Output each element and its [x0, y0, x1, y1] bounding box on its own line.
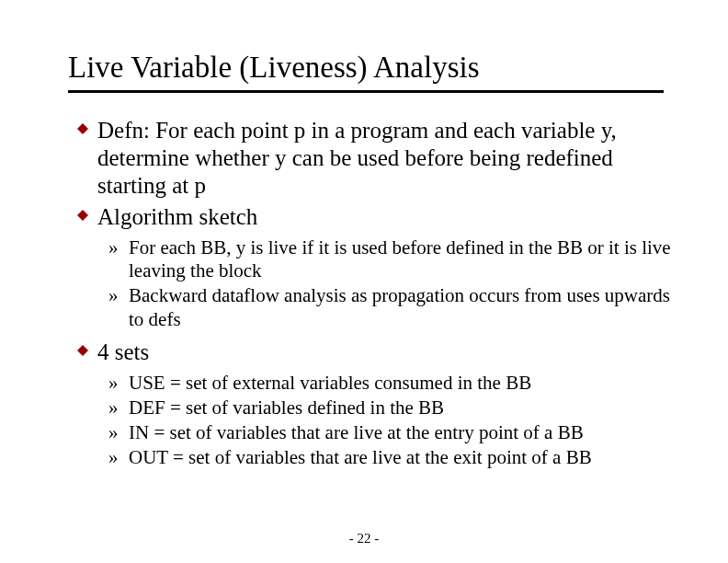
- sub-bullet: » Backward dataflow analysis as propagat…: [108, 284, 673, 330]
- bullet-text: Algorithm sketch: [97, 203, 257, 231]
- svg-marker-0: [77, 123, 88, 134]
- sets-sub-list: » USE = set of external variables consum…: [55, 372, 673, 470]
- sub-bullet-text: DEF = set of variables defined in the BB: [129, 396, 444, 419]
- raquo-bullet-icon: »: [108, 236, 129, 259]
- page-number: - 22 -: [0, 531, 728, 546]
- bullet-algorithm: Algorithm sketch: [77, 203, 673, 231]
- raquo-bullet-icon: »: [108, 396, 129, 419]
- diamond-bullet-icon: [77, 345, 97, 356]
- sub-bullet-text: OUT = set of variables that are live at …: [129, 446, 592, 469]
- diamond-bullet-icon: [77, 210, 97, 221]
- bullet-defn: Defn: For each point p in a program and …: [77, 117, 673, 200]
- top-bullet-list: Defn: For each point p in a program and …: [55, 117, 673, 231]
- sub-bullet-text: Backward dataflow analysis as propagatio…: [129, 284, 673, 330]
- raquo-bullet-icon: »: [108, 446, 129, 469]
- sub-bullet-text: IN = set of variables that are live at t…: [129, 421, 584, 444]
- sub-bullet: » For each BB, y is live if it is used b…: [108, 236, 673, 282]
- slide: Live Variable (Liveness) Analysis Defn: …: [0, 0, 728, 563]
- sub-bullet: » DEF = set of variables defined in the …: [108, 396, 673, 419]
- svg-marker-1: [77, 210, 88, 221]
- sub-bullet: » USE = set of external variables consum…: [108, 372, 673, 395]
- raquo-bullet-icon: »: [108, 284, 129, 307]
- slide-title: Live Variable (Liveness) Analysis: [68, 51, 664, 93]
- top-bullet-list: 4 sets: [55, 339, 673, 366]
- sub-bullet-text: For each BB, y is live if it is used bef…: [129, 236, 673, 282]
- bullet-sets: 4 sets: [77, 339, 673, 366]
- sub-bullet: » OUT = set of variables that are live a…: [108, 446, 673, 469]
- bullet-text: Defn: For each point p in a program and …: [97, 117, 673, 200]
- raquo-bullet-icon: »: [108, 372, 129, 395]
- sub-bullet: » IN = set of variables that are live at…: [108, 421, 673, 444]
- diamond-bullet-icon: [77, 123, 97, 134]
- algorithm-sub-list: » For each BB, y is live if it is used b…: [55, 236, 673, 331]
- sub-bullet-text: USE = set of external variables consumed…: [129, 372, 531, 395]
- svg-marker-2: [77, 345, 88, 356]
- raquo-bullet-icon: »: [108, 421, 129, 444]
- bullet-text: 4 sets: [97, 339, 149, 366]
